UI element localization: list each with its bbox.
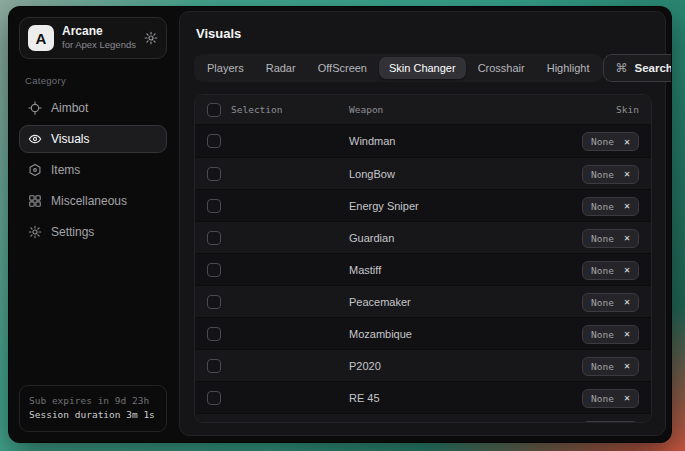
skin-value: None (591, 361, 614, 372)
sidebar-item-label: Visuals (51, 132, 89, 146)
row-checkbox[interactable] (207, 359, 221, 373)
tab-players[interactable]: Players (197, 57, 254, 79)
column-selection: Selection (231, 104, 349, 115)
skin-cell: None ✕ (582, 228, 639, 248)
skin-value: None (591, 393, 614, 404)
app-subtitle: for Apex Legends (62, 40, 136, 50)
skin-select[interactable]: None ✕ (582, 132, 639, 151)
clear-skin-icon[interactable]: ✕ (624, 297, 630, 307)
sidebar-item-settings[interactable]: Settings (19, 218, 167, 246)
clear-skin-icon[interactable]: ✕ (624, 361, 630, 371)
page-title: Visuals (196, 26, 652, 41)
tab-highlight[interactable]: Highlight (537, 57, 600, 79)
row-checkbox[interactable] (207, 391, 221, 405)
skin-value: None (591, 136, 614, 147)
row-checkbox[interactable] (207, 231, 221, 245)
table-row: P2020 None ✕ (195, 349, 651, 381)
skin-select[interactable]: None ✕ (582, 229, 639, 248)
sidebar-nav: Aimbot Visuals Items Miscellaneous Setti… (19, 94, 167, 249)
skin-select[interactable]: None ✕ (582, 325, 639, 344)
app-window: A Arcane for Apex Legends Category Aimbo… (8, 6, 672, 443)
weapon-name: Energy Sniper (349, 200, 582, 212)
row-checkbox[interactable] (207, 199, 221, 213)
skin-value: None (591, 329, 614, 340)
sidebar-item-label: Miscellaneous (51, 194, 127, 208)
skin-value: None (591, 297, 614, 308)
table-header: Selection Weapon Skin (195, 95, 651, 125)
grid-icon (28, 194, 42, 208)
row-checkbox[interactable] (207, 134, 221, 148)
select-all-checkbox[interactable] (207, 103, 221, 117)
weapon-name: RE 45 (349, 392, 582, 404)
clear-skin-icon[interactable]: ✕ (624, 233, 630, 243)
skin-cell: None ✕ (582, 356, 639, 376)
table-row: Guardian None ✕ (195, 221, 651, 253)
skin-value: None (591, 169, 614, 180)
search-label: Search (635, 62, 672, 74)
weapon-name: Peacemaker (349, 296, 582, 308)
sub-expires-text: Sub expires in 9d 23h (29, 394, 157, 409)
table-row: Mozambique None ✕ (195, 317, 651, 349)
weapon-name: LongBow (349, 168, 582, 180)
clear-skin-icon[interactable]: ✕ (624, 329, 630, 339)
column-skin: Skin (616, 104, 639, 115)
skin-select[interactable]: None ✕ (582, 165, 639, 184)
skin-cell: None ✕ (582, 388, 639, 408)
sidebar-item-visuals[interactable]: Visuals (19, 125, 167, 153)
column-weapon: Weapon (349, 104, 616, 115)
skin-select[interactable]: None ✕ (582, 421, 639, 424)
clear-skin-icon[interactable]: ✕ (624, 169, 630, 179)
table-row: Changemaker None ✕ (195, 413, 651, 423)
row-checkbox[interactable] (207, 263, 221, 277)
session-duration-text: Session duration 3m 1s (29, 408, 157, 423)
table-row: Mastiff None ✕ (195, 253, 651, 285)
skin-select[interactable]: None ✕ (582, 357, 639, 376)
table-row: Peacemaker None ✕ (195, 285, 651, 317)
skin-select[interactable]: None ✕ (582, 389, 639, 408)
tab-radar[interactable]: Radar (256, 57, 306, 79)
weapon-name: P2020 (349, 360, 582, 372)
skin-select[interactable]: None ✕ (582, 261, 639, 280)
clear-skin-icon[interactable]: ✕ (624, 393, 630, 403)
search-button[interactable]: ⌘ Search (603, 54, 672, 82)
skin-select[interactable]: None ✕ (582, 197, 639, 216)
tab-offscreen[interactable]: OffScreen (308, 57, 377, 79)
app-header-card: A Arcane for Apex Legends (19, 17, 167, 59)
table-row: Energy Sniper None ✕ (195, 189, 651, 221)
box-icon (28, 163, 42, 177)
gear-icon[interactable] (144, 31, 158, 45)
skin-cell: None ✕ (582, 260, 639, 280)
clear-skin-icon[interactable]: ✕ (624, 201, 630, 211)
skin-cell: None ✕ (582, 196, 639, 216)
sidebar-item-miscellaneous[interactable]: Miscellaneous (19, 187, 167, 215)
main-panel: Visuals PlayersRadarOffScreenSkin Change… (179, 11, 666, 436)
table-row: LongBow None ✕ (195, 157, 651, 189)
skin-cell: None ✕ (582, 420, 639, 424)
skin-cell: None ✕ (582, 164, 639, 184)
crosshair-icon (28, 101, 42, 115)
tab-skin-changer[interactable]: Skin Changer (379, 57, 466, 79)
sidebar-item-items[interactable]: Items (19, 156, 167, 184)
weapon-name: Guardian (349, 232, 582, 244)
gear-icon (28, 225, 42, 239)
tab-crosshair[interactable]: Crosshair (468, 57, 535, 79)
row-checkbox[interactable] (207, 327, 221, 341)
skin-value: None (591, 265, 614, 276)
skin-value: None (591, 201, 614, 212)
skin-cell: None ✕ (582, 324, 639, 344)
skin-cell: None ✕ (582, 292, 639, 312)
skin-select[interactable]: None ✕ (582, 293, 639, 312)
row-checkbox[interactable] (207, 423, 221, 424)
category-label: Category (25, 75, 161, 86)
sidebar-item-label: Aimbot (51, 101, 88, 115)
toolbar: PlayersRadarOffScreenSkin ChangerCrossha… (194, 54, 652, 82)
sidebar-item-aimbot[interactable]: Aimbot (19, 94, 167, 122)
clear-skin-icon[interactable]: ✕ (624, 265, 630, 275)
weapons-table: Selection Weapon Skin Windman None ✕ (194, 94, 652, 423)
sidebar-item-label: Settings (51, 225, 94, 239)
weapon-name: Windman (349, 135, 582, 147)
row-checkbox[interactable] (207, 295, 221, 309)
row-checkbox[interactable] (207, 167, 221, 181)
clear-skin-icon[interactable]: ✕ (624, 137, 630, 147)
weapon-name: Mozambique (349, 328, 582, 340)
